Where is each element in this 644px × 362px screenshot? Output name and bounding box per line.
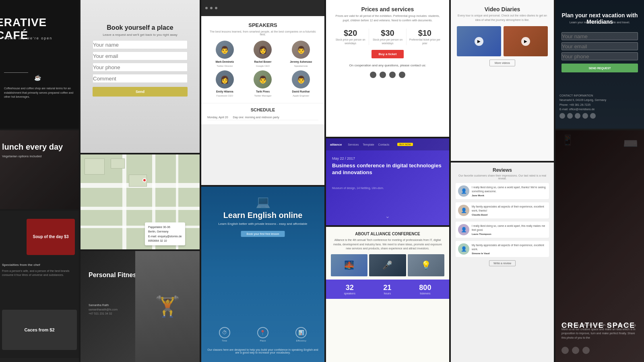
reviews-section: Reviews Our favorite customers share the… <box>451 161 554 362</box>
cafe-hero: ERATIVE CAFÉ Come in, we're open ☕ Coffe… <box>0 0 79 129</box>
speaker-item: 👨 David Runthar Apple Engineer <box>283 70 318 97</box>
phone-input[interactable] <box>93 63 188 72</box>
stat-listeners: 800 listeners <box>419 284 431 295</box>
vacation-input-3[interactable] <box>561 52 638 60</box>
review-content: My family appreciates all aspects of the… <box>472 243 547 255</box>
price-item-2: $30 Stock price per person on weekdays <box>369 29 406 45</box>
vacation-subtitle: Learn your next visit trip from our site… <box>559 21 640 24</box>
conference-column: SPEAKERS The best lessons learned, from … <box>201 0 326 362</box>
speaker-name: Mark Deminetz <box>215 60 234 63</box>
video-thumb-2[interactable]: ▶ <box>504 26 548 56</box>
map-block <box>111 158 125 169</box>
speaker-role: Speakernote <box>294 65 308 67</box>
conference-image-1: 🌉 <box>331 254 367 276</box>
coffee-icon: ☕ <box>34 74 41 81</box>
time-icon-item: ⏱ Time <box>219 327 230 342</box>
review-avatar: 👤 <box>458 185 469 197</box>
buy-now-badge[interactable]: BUY NOW <box>397 143 413 146</box>
price-item-1: $20 Stock price per person on weekdays <box>332 29 369 45</box>
review-author: Jane Monk <box>472 194 547 197</box>
booking-column: Book yourself a place Leave a request an… <box>80 0 201 362</box>
contact-address: Neumarkt 9, 04109 Leipzig, Germany <box>559 98 640 102</box>
cafe-column: ERATIVE CAFÉ Come in, we're open ☕ Coffe… <box>0 0 80 362</box>
buy-ticket-button[interactable]: Buy a ticket <box>372 50 404 58</box>
nav-contacts[interactable]: Contacts <box>378 143 390 146</box>
about-text: Alliance is the 4th annual Tech conferen… <box>331 238 444 251</box>
video-grid: ▶ ▶ <box>457 26 548 56</box>
chef-text: From a person's wife, and a person of th… <box>2 269 77 277</box>
video-thumb-1[interactable]: ▶ <box>457 26 501 56</box>
speaker-avatar: 👩 <box>254 41 272 59</box>
chef-label: Specialties from the chef <box>2 263 40 267</box>
schedule-title: SCHEDULE <box>207 107 318 112</box>
review-avatar: 👤 <box>458 224 469 235</box>
speaker-role: Facebook CEO <box>217 95 233 97</box>
time-icon: ⏱ <box>219 327 230 338</box>
english-bottom-text: Our classes here are designed to help yo… <box>205 348 320 354</box>
tablet-icon: 📱 <box>561 134 574 146</box>
send-button[interactable]: Send <box>93 87 188 97</box>
videos-subtitle: Every tour is unique and personal. Check… <box>457 14 548 22</box>
social-icon-4 <box>582 113 588 119</box>
cafe-divider <box>4 72 28 73</box>
alliance-date: May 22 / 2017 <box>332 156 355 160</box>
speaker-item: 👨 Jeremy Ashenzao Speakernote <box>283 41 318 67</box>
speaker-name: David Runthar <box>292 90 310 93</box>
social-row <box>559 113 640 119</box>
alliance-header: alliance Services Template Contacts BUY … <box>326 138 449 150</box>
cafe-subtitle: Come in, we're open <box>4 36 52 40</box>
english-subtitle: Learn English better with private lesson… <box>209 222 316 226</box>
more-videos-button[interactable]: More videos <box>489 60 515 66</box>
stat-hours: 21 hours <box>383 284 391 295</box>
vacation-section: Plan your next vacation with Meridians L… <box>555 0 644 129</box>
nav-services[interactable]: Services <box>348 143 359 146</box>
nav-template[interactable]: Template <box>363 143 374 146</box>
cafe-description: Coffeehouse and coffee shop are natural … <box>4 86 77 99</box>
vacation-input-2[interactable] <box>561 42 638 50</box>
vacation-submit-button[interactable]: SEND REQUEST <box>561 64 638 72</box>
vacation-input-1[interactable] <box>561 32 638 40</box>
review-item: 👤 My family appreciates all aspects of t… <box>456 241 549 257</box>
conference-section: SPEAKERS The best lessons learned, from … <box>201 0 324 185</box>
about-title: ABOUT ALLIANCE CONFERENCE <box>331 232 444 236</box>
speaker-name: Jeremy Ashenzao <box>290 60 312 63</box>
cafe-bottom: Soup of the day $3 Specialties from the … <box>0 209 79 358</box>
place-label: Place <box>260 339 266 342</box>
lunch-section: lunch every day Vegetarian options inclu… <box>0 129 79 209</box>
place-icon-item: 📍 Place <box>257 327 268 342</box>
alliance-nav: Services Template Contacts <box>348 143 389 146</box>
comment-input[interactable] <box>93 74 188 83</box>
speakers-title: SPEAKERS <box>207 22 318 28</box>
write-review-button[interactable]: Write a review <box>489 260 516 266</box>
creative-subtitle: Contemporary style, format, design, and … <box>561 323 638 340</box>
schedule-row: Monday, April 20 Day one: morning and mi… <box>207 115 318 120</box>
english-section: 💻 Learn English online Learn English bet… <box>201 185 324 362</box>
fitness-person-icon: 🏋️ <box>135 251 200 362</box>
price-amount: $30 <box>369 29 406 38</box>
speaker-avatar: 👨 <box>292 41 310 59</box>
speakers-subtitle: The best lessons learned, from smartest … <box>207 30 318 36</box>
alliance-section: alliance Services Template Contacts BUY … <box>326 137 449 225</box>
efficiency-icon: 📊 <box>295 327 307 338</box>
prices-column: Prices and services Prices are valid for… <box>326 0 451 362</box>
fitness-image: 🏋️ <box>135 251 200 362</box>
speaker-avatar: 👨 <box>292 70 310 88</box>
review-content: My family appreciates all aspects of the… <box>472 205 547 216</box>
play-button[interactable]: ▶ <box>521 37 530 46</box>
speaker-role: Google CEO <box>256 65 270 67</box>
price-row: $20 Stock price per person on weekdays $… <box>332 29 443 45</box>
nav-dot <box>205 7 208 9</box>
speaker-item: 👨 Tarik Pines Twitter Manager <box>246 70 281 97</box>
fitness-phone: +47 521 231 34 32 <box>89 312 139 316</box>
name-input[interactable] <box>93 40 188 49</box>
nav-dot <box>215 7 217 9</box>
booking-subtitle: Leave a request and we'll get back to yo… <box>80 33 200 37</box>
videos-title: Video Diaries <box>457 6 548 12</box>
email-input[interactable] <box>93 51 188 60</box>
social-icons <box>332 72 443 78</box>
price-amount: $20 <box>332 29 369 38</box>
play-button[interactable]: ▶ <box>475 37 483 46</box>
english-cta-button[interactable]: Book your first free lesson <box>241 231 285 237</box>
booking-form: Send <box>93 40 188 97</box>
price-label: Preferential ticket price per year <box>407 38 443 45</box>
